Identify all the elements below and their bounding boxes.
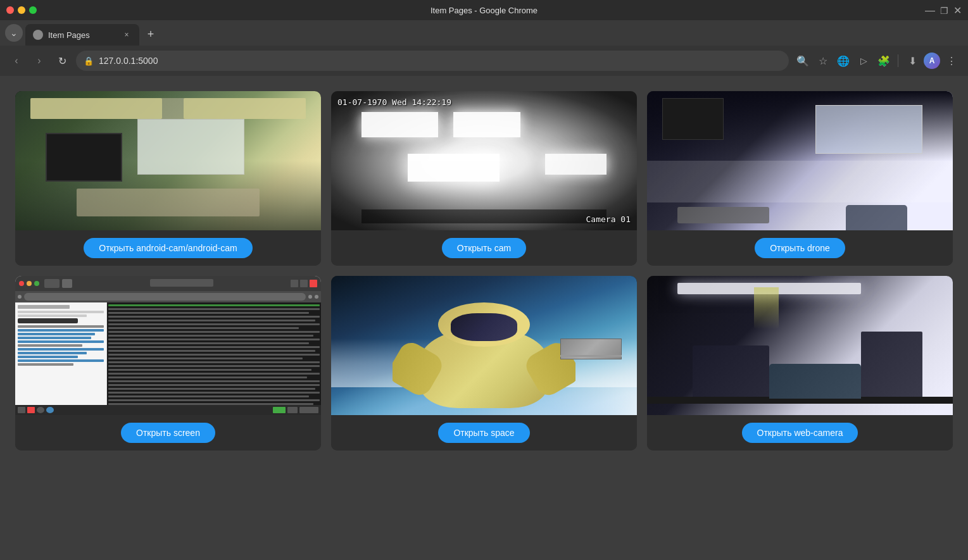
profile-initial: A <box>929 56 935 65</box>
card-footer-cam: Открыть cam <box>331 230 637 266</box>
menu-button[interactable]: ⋮ <box>943 52 960 70</box>
download-icon: ⬇ <box>908 55 917 67</box>
win-min-icon[interactable]: — <box>925 4 935 16</box>
search-icon: 🔍 <box>796 55 809 67</box>
tab-close-btn[interactable]: × <box>122 30 132 40</box>
card-cam: 01-07-1970 Wed 14:22:19 Camera 01 Открыт… <box>331 91 637 266</box>
sc-sidebar <box>15 302 107 405</box>
forward-button[interactable]: › <box>30 52 48 70</box>
chevron-down-icon: ⌄ <box>10 28 18 38</box>
toolbar-right: 🔍 ☆ 🌐 ▷ 🧩 ⬇ A ⋮ <box>794 52 960 70</box>
card-image-android-cam <box>15 91 321 230</box>
cam-timestamp: 01-07-1970 Wed 14:22:19 <box>337 97 451 107</box>
refresh-button[interactable]: ↻ <box>53 52 71 70</box>
title-bar-text: Item Pages - Google Chrome <box>431 6 537 15</box>
tab-bar: ⌄ Item Pages × + <box>0 20 968 46</box>
star-icon: ☆ <box>819 55 827 67</box>
new-tab-button[interactable]: + <box>142 25 160 43</box>
maximize-window-btn[interactable] <box>29 6 37 14</box>
tab-scroll-left[interactable]: ⌄ <box>5 24 23 42</box>
cast-button[interactable]: ▷ <box>855 52 872 70</box>
card-drone: Открыть drone <box>647 91 953 266</box>
traffic-lights <box>6 6 37 14</box>
sc-body <box>15 302 321 405</box>
cam-label: Camera 01 <box>586 215 631 224</box>
globe-icon: 🌐 <box>837 55 850 67</box>
address-input-wrapper[interactable]: 🔒 127.0.0.1:5000 <box>76 51 789 71</box>
sc-main-area <box>107 302 321 405</box>
open-screen-button[interactable]: Открыть screen <box>121 423 215 443</box>
card-screen: Открыть screen <box>15 276 321 451</box>
open-android-cam-button[interactable]: Открыть android-cam/android-cam <box>84 238 252 258</box>
screen-capture-preview <box>15 276 321 415</box>
card-space: Открыть space <box>331 276 637 451</box>
card-footer-android-cam: Открыть android-cam/android-cam <box>15 230 321 266</box>
back-icon: ‹ <box>15 55 18 66</box>
cast-icon: ▷ <box>860 56 867 66</box>
card-footer-web-camera: Открыть web-camera <box>647 415 953 451</box>
forward-icon: › <box>37 55 41 66</box>
card-image-drone <box>647 91 953 230</box>
lock-icon: 🔒 <box>84 56 94 66</box>
sc-taskbar <box>15 276 321 291</box>
card-android-cam: Открыть android-cam/android-cam <box>15 91 321 266</box>
extensions-button[interactable]: 🧩 <box>875 52 893 70</box>
globe-button[interactable]: 🌐 <box>834 52 852 70</box>
tab-favicon <box>33 30 43 40</box>
win-close-icon[interactable]: ✕ <box>953 4 962 16</box>
extensions-icon: 🧩 <box>877 55 890 67</box>
card-footer-space: Открыть space <box>331 415 637 451</box>
card-web-camera: Открыть web-camera <box>647 276 953 451</box>
window-controls: — ❐ ✕ <box>925 4 962 16</box>
open-web-camera-button[interactable]: Открыть web-camera <box>742 423 858 443</box>
card-image-web-camera <box>647 276 953 415</box>
minimize-window-btn[interactable] <box>18 6 25 14</box>
main-content: Открыть android-cam/android-cam 01-07-19… <box>0 76 968 560</box>
download-button[interactable]: ⬇ <box>903 52 921 70</box>
address-bar: ‹ › ↻ 🔒 127.0.0.1:5000 🔍 ☆ 🌐 ▷ 🧩 ⬇ A <box>0 46 968 76</box>
search-button[interactable]: 🔍 <box>794 52 812 70</box>
title-bar: Item Pages - Google Chrome — ❐ ✕ <box>0 0 968 20</box>
address-text[interactable]: 127.0.0.1:5000 <box>99 56 781 66</box>
open-drone-button[interactable]: Открыть drone <box>755 238 845 258</box>
win-restore-icon[interactable]: ❐ <box>940 5 948 15</box>
open-cam-button[interactable]: Открыть cam <box>442 238 526 258</box>
card-image-screen <box>15 276 321 415</box>
profile-avatar[interactable]: A <box>924 53 940 69</box>
sc-browser-bar <box>15 291 321 302</box>
card-grid: Открыть android-cam/android-cam 01-07-19… <box>15 91 953 451</box>
refresh-icon: ↻ <box>58 55 66 67</box>
tab-item-pages[interactable]: Item Pages × <box>25 24 139 46</box>
card-footer-drone: Открыть drone <box>647 230 953 266</box>
card-footer-screen: Открыть screen <box>15 415 321 451</box>
card-image-space <box>331 276 637 415</box>
star-button[interactable]: ☆ <box>814 52 832 70</box>
card-image-cam: 01-07-1970 Wed 14:22:19 Camera 01 <box>331 91 637 230</box>
toolbar-divider <box>898 54 898 67</box>
close-window-btn[interactable] <box>6 6 14 14</box>
back-button[interactable]: ‹ <box>8 52 25 70</box>
tab-title: Item Pages <box>48 30 116 40</box>
open-space-button[interactable]: Открыть space <box>438 423 529 443</box>
menu-icon: ⋮ <box>946 55 957 67</box>
